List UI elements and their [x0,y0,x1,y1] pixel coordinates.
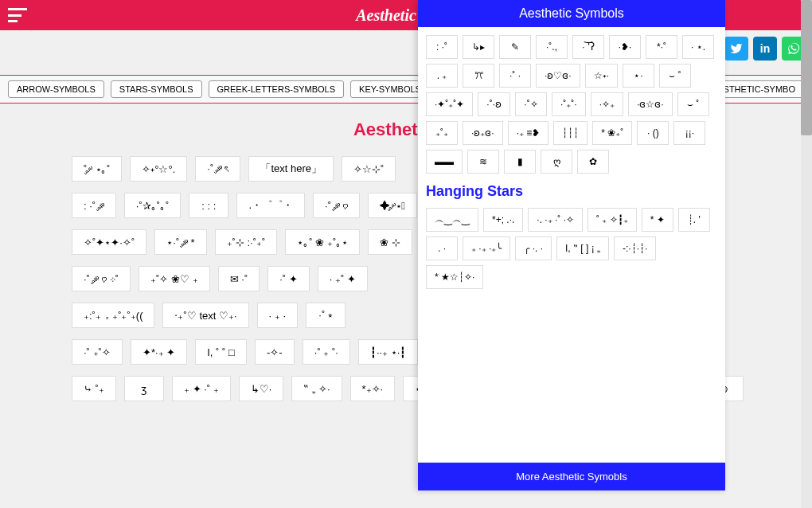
category-arrow[interactable]: ARROW-SYMBOLS [8,80,104,98]
hanging-stars-title: Hanging Stars [426,183,717,200]
overlay-symbol-item[interactable]: * ★☆┆✧· [426,265,483,289]
overlay-symbol-item[interactable]: ღ [541,150,572,174]
overlay-symbol-item[interactable]: -:·┆·┆· [614,236,656,260]
overlay-symbol-item[interactable]: ·❥· [609,35,641,59]
category-greek[interactable]: GREEK-LETTERS-SYMBOLS [209,80,345,98]
overlay-symbol-item[interactable]: ·˚ · [499,64,531,88]
overlay-symbol-item[interactable]: ↳▸ [463,35,494,59]
symbol-item[interactable]: ₊˚✧ ❀♡ ₊ [139,266,210,291]
overlay-symbol-item[interactable]: ₊˚₊ [426,121,458,145]
overlay-symbol-item[interactable]: ¡¡· [673,121,705,145]
overlay-symbol-item[interactable]: * ❀₊˚ [592,121,632,145]
symbol-item[interactable]: ⤷ ˚₊ [72,376,116,401]
overlay-symbol-item[interactable]: . · [426,236,458,260]
twitter-icon [730,42,743,55]
overlay-symbol-item[interactable]: *·˚ [646,35,677,59]
twitter-button[interactable] [724,37,748,61]
symbol-item[interactable]: ⋆·˚ ༘ * [154,229,206,255]
overlay-symbol-item[interactable]: ⌣ ˚ [659,64,691,88]
symbol-item[interactable]: ‟ „ ✧· [291,376,342,401]
more-symbols-button[interactable]: More Aesthetic Symobls [418,463,725,490]
symbol-item[interactable]: ₊ ✦ ·˚ ₊ [172,376,231,401]
overlay-symbol-item[interactable]: ⋆· [623,64,654,88]
symbol-item[interactable]: -✧- [255,339,295,365]
symbol-item[interactable]: ✦*·₊ ✦ [131,339,187,365]
symbol-item[interactable]: ·˚ ༘ ♡ [313,193,360,218]
symbol-item[interactable]: ·˚ ₊ ˚· [303,339,350,365]
symbol-item[interactable]: ʒ [124,376,164,401]
symbol-item[interactable]: 「text here」 [248,156,334,182]
symbol-item[interactable]: ₊˚⊹ :·˚₊˚ [215,229,278,255]
overlay-symbol-item[interactable]: ≋ [467,150,499,174]
symbol-item[interactable]: ·˚ ✦ [267,266,310,291]
overlay-symbol-item[interactable]: ⌣ ˚ [677,92,709,116]
overlay-symbol-item[interactable]: ▮ [504,150,536,174]
overlay-symbol-item[interactable]: ·˚✧ [515,92,547,116]
symbol-item[interactable]: : : : [189,193,228,218]
overlay-symbol-item[interactable]: . ₊ [426,64,458,88]
symbol-item[interactable]: ·˚ ⭒ [306,303,345,328]
symbol-item[interactable]: ✧☆⊹˚ [342,156,396,182]
category-stars[interactable]: STARS-SYMBOLS [111,80,202,98]
symbol-item[interactable]: ✉ ·˚ [218,266,260,291]
linkedin-icon: in [760,42,770,55]
overlay-symbol-item[interactable]: ·˚₊˚· [552,92,586,116]
symbol-item[interactable]: ·˚ ₊˚✧ [72,339,123,365]
overlay-symbol-item[interactable]: *+; .·. [483,208,523,232]
overlay-symbol-item[interactable]: ┊. ' [678,208,710,232]
overlay-symbol-item[interactable]: ╭ ·. · [515,236,552,260]
symbol-item[interactable]: .・゜゜・ [236,193,305,218]
overlay-symbol-item[interactable]: ☆˖· [585,64,618,88]
symbol-item[interactable]: ⋆｡˚ ❀ ₊˚｡⋆ [285,229,360,255]
overlay-symbol-item[interactable]: ·ɞ☆ɞ· [628,92,673,116]
overlay-symbol-item[interactable]: ·˚·ʚ [478,92,510,116]
symbol-item[interactable]: ↳♡· [239,376,284,401]
symbol-item[interactable]: : ·˚ ༘ [72,193,116,218]
symbol-item[interactable]: ┇··₊ ⋆·┇ [358,339,418,365]
overlay-panel: Aesthetic Symbols : ·˚↳▸✎·˚.,· ͝'ʔ·❥·*·˚… [418,0,725,490]
symbol-item[interactable]: *₊✧· [350,376,396,401]
overlay-symbol-item[interactable]: ·˚., [536,35,568,59]
symbol-item[interactable]: ₊:˚₊ ⸼ ₊˚₊˚₊(( [72,303,154,328]
symbol-item[interactable]: ✦ ༘⋆𖦹 [368,193,417,218]
symbol-item[interactable]: ❀ ⊹ [368,229,412,255]
symbol-item[interactable]: ·˚ ༘ ৎ [195,156,240,182]
overlay-symbol-item[interactable]: · ͝'ʔ [572,35,604,59]
symbol-item[interactable]: ·˚ ༘ ♡ ⊹˚ [72,266,131,291]
scrollbar[interactable] [801,0,812,508]
linkedin-button[interactable]: in [753,37,777,61]
overlay-symbol-item[interactable]: ˚ ₊ ✧┇₊ [588,208,637,232]
overlay-symbol-item[interactable]: ·₊ ≡❥ [508,121,549,145]
symbol-item[interactable]: ✧˚✦⋆✦·✧˚ [72,229,146,255]
overlay-symbol-item[interactable]: ·ʚ₊ɞ· [463,121,503,145]
overlay-symbol-item[interactable]: ·ʚ♡ɞ· [536,64,580,88]
overlay-symbol-item[interactable]: ┆┆┆ [553,121,588,145]
overlay-body: : ·˚↳▸✎·˚.,· ͝'ʔ·❥·*·˚· ⋆.. ₊ꔫ·˚ ··ʚ♡ɞ·☆… [418,27,725,463]
overlay-symbol-item[interactable]: I, ‟ [ ] ¡ „ [556,236,609,260]
overlay-symbol-item[interactable]: · () [637,121,669,145]
overlay-symbol-item[interactable]: ₊ ·₊ ·₊╰ [463,236,510,260]
overlay-symbol-item[interactable]: ︵‿︵‿ [426,208,478,232]
symbol-item[interactable]: · ₊ · [257,303,298,328]
overlay-symbol-item[interactable]: ✿ [577,150,609,174]
overlay-symbol-item[interactable]: * ✦ [642,208,673,232]
symbol-item[interactable]: I, ˚ ˚ □ [195,339,247,365]
overlay-symbol-item[interactable]: ·✦˚₊˚✦ [426,92,473,116]
symbol-item[interactable]: · ₊˚ ✦ [318,266,368,291]
overlay-symbol-item[interactable]: ·✧₊ [591,92,623,116]
scroll-thumb[interactable] [801,0,812,135]
symbol-item[interactable]: ‧₊˚♡ text ♡₊· [162,303,248,328]
menu-icon[interactable] [8,8,27,22]
overlay-symbol-item[interactable]: ▬▬ [426,150,463,174]
symbol-item[interactable]: ✧˖°☆°. [130,156,187,182]
social-buttons: in [724,37,806,61]
overlay-symbol-item[interactable]: · ⋆. [682,35,714,59]
symbol-item[interactable]: ·˚✰｡˚｡˚ [124,193,182,218]
overlay-symbol-item[interactable]: ·. ·₊ ·˚ ·✧ [528,208,583,232]
whatsapp-icon [787,42,800,55]
symbol-item[interactable]: ˚ ༘ ⋆｡˚ [72,156,122,182]
overlay-symbol-item[interactable]: ✎ [499,35,531,59]
overlay-symbol-item[interactable]: ꔫ [463,64,494,88]
overlay-grid-1: : ·˚↳▸✎·˚.,· ͝'ʔ·❥·*·˚· ⋆.. ₊ꔫ·˚ ··ʚ♡ɞ·☆… [426,35,717,174]
overlay-symbol-item[interactable]: : ·˚ [426,35,458,59]
